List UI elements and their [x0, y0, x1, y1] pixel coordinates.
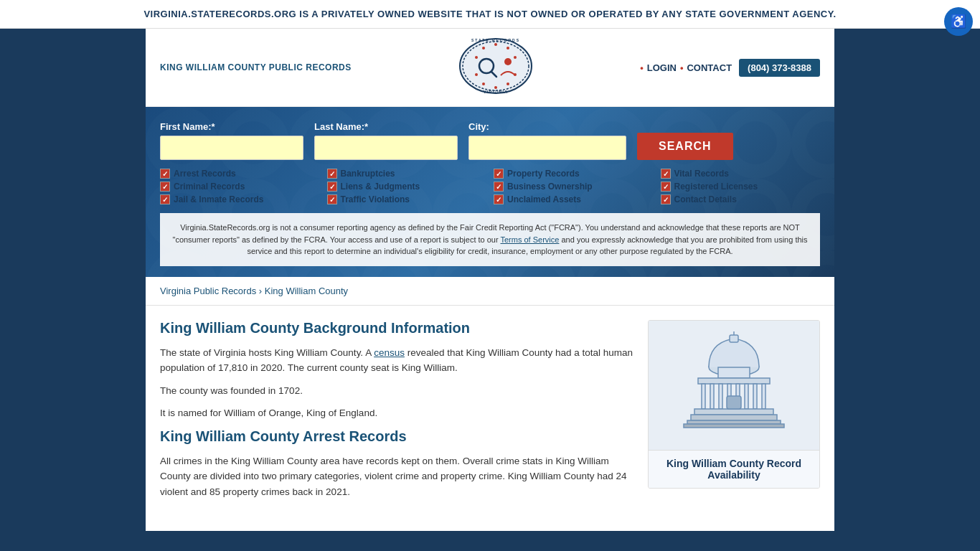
- checkbox-label: Bankruptcies: [341, 169, 395, 179]
- site-logo: VIRGINIA STATE RECORDS: [456, 36, 535, 97]
- checkbox-box: [494, 194, 504, 204]
- content-sidebar: King William County Record Availability: [648, 320, 820, 507]
- contact-link[interactable]: CONTACT: [687, 62, 732, 73]
- bg-section-title: King William County Background Informati…: [160, 320, 633, 336]
- checkbox-box: [661, 169, 671, 179]
- last-name-field: Last Name:*: [314, 121, 458, 160]
- checkbox-box: [160, 182, 170, 192]
- checkbox-label: Unclaimed Assets: [507, 194, 581, 204]
- checkbox-box: [160, 194, 170, 204]
- checkbox-label: Arrest Records: [174, 169, 236, 179]
- checkbox-box: [327, 182, 337, 192]
- checkbox-item[interactable]: Arrest Records: [160, 169, 320, 179]
- census-link[interactable]: census: [374, 347, 405, 358]
- svg-point-10: [475, 56, 478, 59]
- svg-point-8: [482, 83, 485, 85]
- checkbox-label: Jail & Inmate Records: [174, 194, 263, 204]
- search-area: First Name:* Last Name:* City: SEARCH Ar…: [146, 107, 834, 277]
- arrest-para: All crimes in the King William County ar…: [160, 453, 633, 500]
- checkbox-label: Registered Licenses: [674, 182, 758, 192]
- svg-rect-28: [753, 384, 757, 409]
- disclaimer: Virginia.StateRecords.org is not a consu…: [160, 213, 820, 266]
- first-name-field: First Name:*: [160, 121, 303, 160]
- login-link[interactable]: LOGIN: [647, 62, 677, 73]
- svg-rect-29: [762, 384, 765, 409]
- checkbox-box: [327, 194, 337, 204]
- checkbox-item[interactable]: Vital Records: [661, 169, 821, 179]
- search-fields: First Name:* Last Name:* City: SEARCH: [160, 121, 820, 160]
- top-banner: VIRGINIA.STATERECORDS.ORG IS A PRIVATELY…: [0, 0, 980, 29]
- checkbox-label: Business Ownership: [507, 182, 593, 192]
- svg-rect-18: [730, 335, 738, 342]
- checkbox-box: [160, 169, 170, 179]
- svg-text:STATE RECORDS: STATE RECORDS: [471, 38, 520, 42]
- checkbox-item[interactable]: Liens & Judgments: [327, 182, 487, 192]
- last-name-input[interactable]: [314, 136, 458, 160]
- svg-rect-22: [702, 384, 705, 409]
- checkbox-item[interactable]: Criminal Records: [160, 182, 320, 192]
- dot1: •: [640, 62, 644, 73]
- checkbox-label: Criminal Records: [174, 182, 245, 192]
- svg-point-3: [507, 47, 509, 50]
- svg-rect-30: [694, 409, 773, 415]
- svg-point-2: [494, 43, 497, 46]
- svg-point-0: [460, 39, 532, 93]
- breadcrumb-separator: ›: [259, 286, 262, 296]
- checkbox-label: Property Records: [507, 169, 580, 179]
- checkbox-label: Vital Records: [674, 169, 729, 179]
- checkbox-item[interactable]: Unclaimed Assets: [494, 194, 654, 204]
- svg-rect-34: [727, 396, 741, 409]
- svg-point-7: [494, 86, 497, 89]
- content-main: King William County Background Informati…: [160, 320, 633, 507]
- sidebar-card: King William County Record Availability: [648, 320, 820, 489]
- checkbox-box: [494, 169, 504, 179]
- checkbox-area: Arrest RecordsBankruptciesProperty Recor…: [160, 169, 820, 204]
- site-title: KING WILLIAM COUNTY PUBLIC RECORDS: [160, 62, 352, 72]
- svg-rect-31: [691, 415, 777, 420]
- svg-rect-33: [684, 424, 784, 428]
- banner-text: VIRGINIA.STATERECORDS.ORG IS A PRIVATELY…: [143, 9, 836, 19]
- search-button[interactable]: SEARCH: [637, 133, 733, 160]
- checkbox-item[interactable]: Business Ownership: [494, 182, 654, 192]
- checkbox-label: Liens & Judgments: [341, 182, 420, 192]
- svg-point-9: [475, 73, 478, 76]
- last-name-label: Last Name:*: [314, 121, 458, 132]
- checkbox-item[interactable]: Contact Details: [661, 194, 821, 204]
- checkbox-box: [494, 182, 504, 192]
- checkbox-item[interactable]: Property Records: [494, 169, 654, 179]
- breadcrumb: Virginia Public Records › King William C…: [146, 277, 834, 306]
- main-wrapper: KING WILLIAM COUNTY PUBLIC RECORDS: [146, 29, 834, 531]
- breadcrumb-link[interactable]: Virginia Public Records: [160, 286, 256, 296]
- checkbox-box: [327, 169, 337, 179]
- bg-para1: The state of Virginia hosts King William…: [160, 345, 633, 376]
- header: KING WILLIAM COUNTY PUBLIC RECORDS: [146, 29, 834, 107]
- svg-point-4: [514, 56, 517, 59]
- checkbox-box: [661, 182, 671, 192]
- checkbox-box: [661, 194, 671, 204]
- first-name-input[interactable]: [160, 136, 303, 160]
- svg-point-11: [482, 47, 485, 50]
- svg-point-14: [504, 58, 512, 65]
- checkbox-item[interactable]: Bankruptcies: [327, 169, 487, 179]
- svg-rect-20: [718, 367, 750, 378]
- checkbox-item[interactable]: Traffic Violations: [327, 194, 487, 204]
- svg-text:VIRGINIA: VIRGINIA: [484, 90, 509, 94]
- bg-para2: The county was founded in 1702.: [160, 383, 633, 399]
- accessibility-button[interactable]: ♿: [944, 7, 973, 36]
- sidebar-building-image: [649, 321, 819, 450]
- dot2: •: [680, 62, 684, 73]
- first-name-label: First Name:*: [160, 121, 303, 132]
- svg-point-6: [507, 83, 509, 85]
- checkbox-label: Traffic Violations: [341, 194, 410, 204]
- tos-link[interactable]: Terms of Service: [501, 235, 560, 244]
- svg-rect-21: [698, 378, 770, 384]
- breadcrumb-current: King William County: [265, 286, 348, 296]
- capitol-building-icon: [677, 328, 791, 443]
- checkbox-item[interactable]: Jail & Inmate Records: [160, 194, 320, 204]
- bg-para3: It is named for William of Orange, King …: [160, 405, 633, 421]
- svg-rect-23: [710, 384, 714, 409]
- city-input[interactable]: [468, 136, 626, 160]
- checkbox-item[interactable]: Registered Licenses: [661, 182, 821, 192]
- phone-number[interactable]: (804) 373-8388: [739, 59, 820, 77]
- svg-rect-27: [745, 384, 748, 409]
